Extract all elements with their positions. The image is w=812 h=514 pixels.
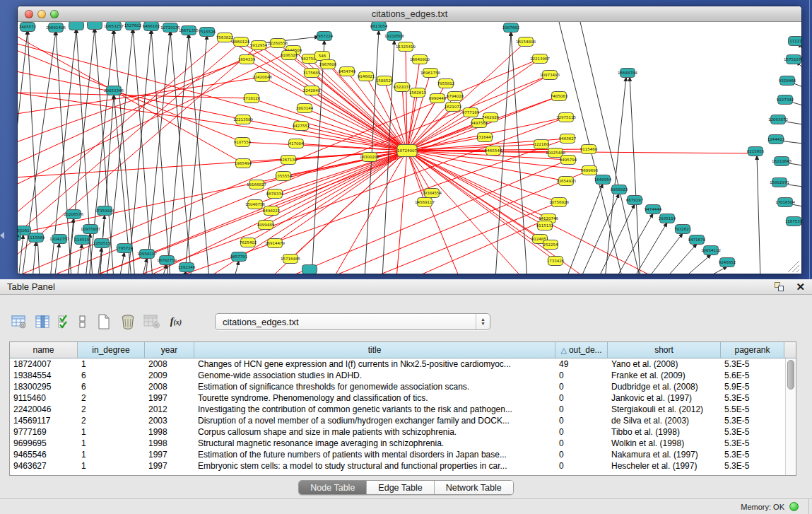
network-node[interactable]: 4099489 xyxy=(257,221,275,230)
network-node[interactable]: 9267130 xyxy=(280,156,298,165)
table-cell[interactable]: 2 xyxy=(78,415,145,426)
table-cell[interactable]: 5.3E-5 xyxy=(721,426,784,438)
table-row[interactable]: 946554611997Estimation of the future num… xyxy=(10,449,796,460)
network-node[interactable]: 9699695 xyxy=(581,166,599,175)
network-node[interactable]: 2967608 xyxy=(319,60,337,69)
scrollbar-thumb[interactable] xyxy=(787,360,794,390)
network-node[interactable]: 1640954 xyxy=(594,175,612,185)
table-cell[interactable]: 5.3E-5 xyxy=(721,438,784,449)
network-node[interactable]: 7563822 xyxy=(216,33,234,42)
network-node[interactable]: 19218506 xyxy=(384,32,404,41)
network-node[interactable]: 16961758 xyxy=(420,69,440,78)
network-node[interactable]: 19384554 xyxy=(422,189,442,198)
network-node[interactable]: 417004 xyxy=(289,139,304,148)
network-node[interactable]: 8471678 xyxy=(688,235,706,245)
table-cell[interactable]: Hescheler et al. (1997) xyxy=(608,460,721,472)
network-node[interactable]: 8215955 xyxy=(747,147,765,156)
network-node[interactable]: 9495794 xyxy=(560,156,577,165)
window-titlebar[interactable]: citations_edges.txt xyxy=(18,6,801,22)
zoom-window-icon[interactable] xyxy=(50,10,59,18)
table-cell[interactable]: 22420046 xyxy=(10,404,78,415)
table-cell[interactable]: 2009 xyxy=(145,370,194,381)
table-row[interactable]: 977716911998Corpus callosum shape and si… xyxy=(10,426,796,438)
network-node[interactable]: 22260558 xyxy=(268,39,288,48)
column-header-name[interactable]: name xyxy=(10,342,78,358)
network-node[interactable]: 12975115 xyxy=(556,113,576,122)
table-cell[interactable]: 5.3E-5 xyxy=(721,460,784,472)
network-node[interactable]: 22420046 xyxy=(252,73,272,82)
table-cell[interactable]: Corpus callosum shape and size in male p… xyxy=(194,426,555,438)
network-node[interactable]: 1115689 xyxy=(28,233,45,243)
network-node[interactable]: 2803144 xyxy=(296,104,314,113)
table-cell[interactable]: 5.3E-5 xyxy=(721,392,784,404)
table-cell[interactable]: 14569117 xyxy=(10,415,78,426)
network-node[interactable]: 19166827 xyxy=(247,180,266,189)
network-node[interactable]: 13654923 xyxy=(556,177,576,186)
table-cell[interactable]: 18300295 xyxy=(10,381,78,392)
network-node[interactable]: 1527602 xyxy=(124,22,142,30)
network-node[interactable]: 1167531 xyxy=(785,217,801,226)
minimize-window-icon[interactable] xyxy=(37,10,46,18)
network-node[interactable]: 1965494 xyxy=(235,159,252,168)
network-node[interactable]: 7932621 xyxy=(674,225,692,234)
network-node[interactable]: 9115132 xyxy=(536,221,554,230)
table-cell[interactable]: 9777169 xyxy=(10,426,78,438)
network-node[interactable]: 3175685 xyxy=(303,69,321,78)
network-node[interactable]: 9463627 xyxy=(559,134,577,144)
network-node[interactable]: 10653257 xyxy=(104,22,124,31)
table-cell[interactable]: 1997 xyxy=(145,449,194,460)
network-node[interactable]: 1733426 xyxy=(547,257,565,266)
table-cell[interactable]: 0 xyxy=(555,370,608,381)
network-node[interactable]: 9329966 xyxy=(779,76,796,86)
network-node[interactable]: 1250515 xyxy=(93,239,111,248)
network-node[interactable] xyxy=(69,22,84,30)
network-node[interactable]: 10973493 xyxy=(540,71,560,80)
table-cell[interactable]: Changes of HCN gene expression and I(f) … xyxy=(194,358,555,370)
network-node[interactable]: 18300295 xyxy=(360,153,379,162)
column-header-title[interactable]: title xyxy=(194,342,555,358)
network-node[interactable]: 1244413 xyxy=(767,135,785,144)
table-cell[interactable]: 0 xyxy=(555,381,608,392)
network-node[interactable]: 10975887 xyxy=(81,225,100,234)
network-node[interactable]: 16782759 xyxy=(157,256,177,265)
network-node[interactable]: 546 xyxy=(315,52,330,61)
table-row[interactable]: 911546021997Tourette syndrome. Phenomeno… xyxy=(10,392,796,404)
table-cell[interactable]: 5.3E-5 xyxy=(721,449,784,460)
network-node[interactable]: 7625402 xyxy=(240,238,257,247)
network-node[interactable]: 6679197 xyxy=(626,196,644,205)
network-node[interactable]: 8813054 xyxy=(370,22,388,31)
table-cell[interactable]: Structural magnetic resonance image aver… xyxy=(194,438,555,449)
network-node[interactable]: 2405572 xyxy=(19,23,37,32)
table-cell[interactable]: 5.5E-5 xyxy=(721,404,784,415)
network-node[interactable]: 1292346 xyxy=(178,263,196,272)
table-cell[interactable]: 9115460 xyxy=(10,392,78,404)
network-node[interactable]: 8498222 xyxy=(263,206,281,216)
network-node[interactable]: 8427552 xyxy=(293,122,310,131)
table-cell[interactable]: 0 xyxy=(555,415,608,426)
delete-column-icon[interactable] xyxy=(119,313,137,330)
table-cell[interactable]: 0 xyxy=(555,460,608,472)
network-node[interactable]: 15716485 xyxy=(281,255,300,264)
table-cell[interactable]: Wolkin et al. (1998) xyxy=(608,438,721,449)
table-selector-dropdown[interactable]: citations_edges.txt ▲▼ xyxy=(215,313,490,330)
network-node[interactable]: 16154808 xyxy=(516,37,536,47)
table-cell[interactable]: Disruption of a novel member of a sodium… xyxy=(194,415,555,426)
table-row[interactable]: 1872400712008Changes of HCN gene express… xyxy=(10,358,796,370)
network-node[interactable] xyxy=(302,265,317,274)
table-cell[interactable]: 5.3E-5 xyxy=(721,358,784,370)
network-node[interactable]: 8186328 xyxy=(281,51,298,60)
column-select-icon[interactable] xyxy=(34,313,52,330)
network-node[interactable]: 11121 xyxy=(789,37,802,46)
table-cell[interactable]: Stergiakouli et al. (2012) xyxy=(608,404,721,415)
column-header-out_de[interactable]: △out_de... xyxy=(555,342,608,358)
network-node[interactable]: 5912954 xyxy=(250,41,268,50)
table-row[interactable]: 946362711997Embryonic stem cells: a mode… xyxy=(10,460,796,472)
network-node[interactable]: 10756928 xyxy=(549,198,569,207)
network-node[interactable]: 9107554 xyxy=(234,138,252,147)
network-node[interactable]: 7515526 xyxy=(199,28,216,37)
network-node[interactable]: 7462026 xyxy=(482,113,500,122)
network-node[interactable]: 9857791 xyxy=(230,252,248,262)
table-cell[interactable]: 1998 xyxy=(145,426,194,438)
table-cell[interactable]: Genome-wide association studies in ADHD. xyxy=(194,370,555,381)
network-node[interactable]: 16210643 xyxy=(772,157,792,166)
